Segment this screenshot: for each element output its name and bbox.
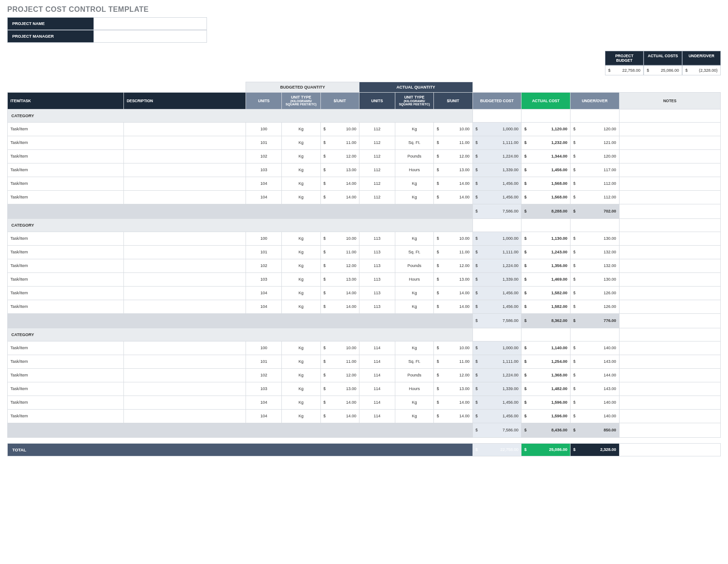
cell-notes[interactable] xyxy=(619,368,720,382)
cell-task[interactable]: Task/Item xyxy=(8,190,124,204)
cell-aq-units[interactable]: 112 xyxy=(359,122,395,136)
cell-bq-per-unit[interactable]: $11.00 xyxy=(320,355,359,368)
cell-aq-per-unit[interactable]: $14.00 xyxy=(434,409,472,423)
cell-bq-unit-type[interactable]: Kg xyxy=(282,286,320,300)
cell-notes[interactable] xyxy=(619,355,720,368)
cell-bq-units[interactable]: 101 xyxy=(246,245,282,259)
cell-bq-unit-type[interactable]: Kg xyxy=(282,300,320,313)
cell-bq-per-unit[interactable]: $11.00 xyxy=(320,245,359,259)
cell-task[interactable]: Task/Item xyxy=(8,245,124,259)
cell-bq-per-unit[interactable]: $14.00 xyxy=(320,300,359,313)
cell-aq-unit-type[interactable]: Kg xyxy=(395,122,433,136)
cell-description[interactable] xyxy=(124,232,246,245)
cell-aq-units[interactable]: 113 xyxy=(359,300,395,313)
cell-aq-unit-type[interactable]: Sq. Ft. xyxy=(395,355,433,368)
table-row[interactable]: Task/Item104Kg$14.00114Kg$14.00$1,456.00… xyxy=(8,409,721,423)
cell-task[interactable]: Task/Item xyxy=(8,286,124,300)
cell-aq-units[interactable]: 112 xyxy=(359,190,395,204)
cell-bq-units[interactable]: 103 xyxy=(246,163,282,177)
cell-aq-per-unit[interactable]: $14.00 xyxy=(434,286,472,300)
cell-aq-per-unit[interactable]: $12.00 xyxy=(434,368,472,382)
table-row[interactable]: Task/Item102Kg$12.00112Pounds$12.00$1,22… xyxy=(8,149,721,163)
cell-bq-unit-type[interactable]: Kg xyxy=(282,368,320,382)
cell-aq-per-unit[interactable]: $11.00 xyxy=(434,136,472,149)
cell-description[interactable] xyxy=(124,149,246,163)
cell-notes[interactable] xyxy=(619,163,720,177)
cell-notes[interactable] xyxy=(619,409,720,423)
cell-bq-units[interactable]: 103 xyxy=(246,382,282,396)
cell-notes[interactable] xyxy=(619,177,720,190)
cell-bq-units[interactable]: 103 xyxy=(246,272,282,286)
table-row[interactable]: Task/Item100Kg$10.00112Kg$10.00$1,000.00… xyxy=(8,122,721,136)
cell-description[interactable] xyxy=(124,259,246,272)
cell-aq-units[interactable]: 114 xyxy=(359,355,395,368)
cell-notes[interactable] xyxy=(619,190,720,204)
cell-aq-per-unit[interactable]: $13.00 xyxy=(434,163,472,177)
cell-aq-units[interactable]: 112 xyxy=(359,163,395,177)
cell-notes[interactable] xyxy=(619,245,720,259)
cell-aq-units[interactable]: 113 xyxy=(359,259,395,272)
cell-bq-units[interactable]: 100 xyxy=(246,341,282,355)
cell-bq-units[interactable]: 100 xyxy=(246,232,282,245)
cell-task[interactable]: Task/Item xyxy=(8,149,124,163)
cell-bq-per-unit[interactable]: $10.00 xyxy=(320,341,359,355)
cell-description[interactable] xyxy=(124,190,246,204)
cell-bq-unit-type[interactable]: Kg xyxy=(282,272,320,286)
cell-bq-unit-type[interactable]: Kg xyxy=(282,259,320,272)
cell-bq-unit-type[interactable]: Kg xyxy=(282,355,320,368)
cell-aq-per-unit[interactable]: $14.00 xyxy=(434,190,472,204)
cell-aq-per-unit[interactable]: $10.00 xyxy=(434,122,472,136)
cell-bq-unit-type[interactable]: Kg xyxy=(282,245,320,259)
cell-description[interactable] xyxy=(124,382,246,396)
cell-aq-unit-type[interactable]: Hours xyxy=(395,382,433,396)
cell-task[interactable]: Task/Item xyxy=(8,177,124,190)
table-row[interactable]: Task/Item100Kg$10.00113Kg$10.00$1,000.00… xyxy=(8,232,721,245)
cell-bq-per-unit[interactable]: $12.00 xyxy=(320,149,359,163)
cell-bq-units[interactable]: 102 xyxy=(246,149,282,163)
cell-bq-units[interactable]: 104 xyxy=(246,190,282,204)
cell-notes[interactable] xyxy=(619,122,720,136)
cell-aq-units[interactable]: 113 xyxy=(359,245,395,259)
cell-bq-per-unit[interactable]: $13.00 xyxy=(320,163,359,177)
cell-bq-unit-type[interactable]: Kg xyxy=(282,341,320,355)
cell-aq-unit-type[interactable]: Kg xyxy=(395,177,433,190)
table-row[interactable]: Task/Item104Kg$14.00112Kg$14.00$1,456.00… xyxy=(8,190,721,204)
cell-bq-unit-type[interactable]: Kg xyxy=(282,190,320,204)
cell-description[interactable] xyxy=(124,122,246,136)
cell-bq-units[interactable]: 104 xyxy=(246,409,282,423)
cell-description[interactable] xyxy=(124,163,246,177)
cell-aq-per-unit[interactable]: $11.00 xyxy=(434,355,472,368)
cell-bq-units[interactable]: 104 xyxy=(246,286,282,300)
cell-bq-unit-type[interactable]: Kg xyxy=(282,409,320,423)
cell-bq-per-unit[interactable]: $12.00 xyxy=(320,368,359,382)
cell-bq-per-unit[interactable]: $14.00 xyxy=(320,177,359,190)
table-row[interactable]: Task/Item101Kg$11.00114Sq. Ft.$11.00$1,1… xyxy=(8,355,721,368)
cell-task[interactable]: Task/Item xyxy=(8,122,124,136)
table-row[interactable]: Task/Item103Kg$13.00113Hours$13.00$1,339… xyxy=(8,272,721,286)
cell-aq-unit-type[interactable]: Sq. Ft. xyxy=(395,136,433,149)
cell-aq-units[interactable]: 112 xyxy=(359,149,395,163)
cell-aq-unit-type[interactable]: Kg xyxy=(395,190,433,204)
cell-bq-per-unit[interactable]: $10.00 xyxy=(320,232,359,245)
cell-aq-per-unit[interactable]: $12.00 xyxy=(434,149,472,163)
cell-task[interactable]: Task/Item xyxy=(8,136,124,149)
cell-aq-per-unit[interactable]: $10.00 xyxy=(434,341,472,355)
cell-description[interactable] xyxy=(124,368,246,382)
cell-task[interactable]: Task/Item xyxy=(8,355,124,368)
cell-bq-units[interactable]: 102 xyxy=(246,368,282,382)
cell-aq-unit-type[interactable]: Hours xyxy=(395,272,433,286)
cell-aq-per-unit[interactable]: $12.00 xyxy=(434,259,472,272)
cell-aq-units[interactable]: 112 xyxy=(359,136,395,149)
cell-aq-per-unit[interactable]: $13.00 xyxy=(434,272,472,286)
cell-task[interactable]: Task/Item xyxy=(8,300,124,313)
cell-aq-unit-type[interactable]: Kg xyxy=(395,232,433,245)
cell-bq-units[interactable]: 104 xyxy=(246,300,282,313)
cell-bq-unit-type[interactable]: Kg xyxy=(282,177,320,190)
project-name-value[interactable] xyxy=(93,17,207,30)
cell-notes[interactable] xyxy=(619,341,720,355)
table-row[interactable]: Task/Item104Kg$14.00113Kg$14.00$1,456.00… xyxy=(8,286,721,300)
cell-bq-units[interactable]: 104 xyxy=(246,396,282,409)
cell-aq-units[interactable]: 114 xyxy=(359,368,395,382)
cell-notes[interactable] xyxy=(619,259,720,272)
cell-bq-unit-type[interactable]: Kg xyxy=(282,163,320,177)
